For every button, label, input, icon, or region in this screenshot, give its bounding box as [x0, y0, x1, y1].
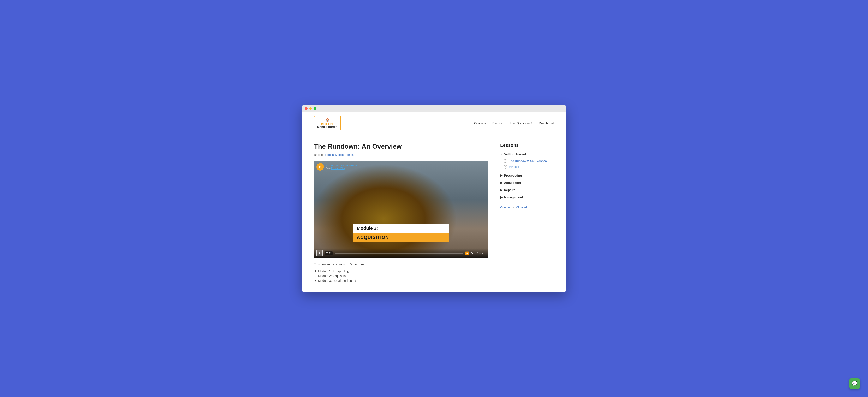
page-title: The Rundown: An Overview: [314, 143, 488, 150]
progress-bar[interactable]: [335, 253, 463, 253]
nav-events[interactable]: Events: [492, 121, 502, 125]
maximize-button[interactable]: [314, 107, 316, 110]
lesson-check-icon: ✓: [503, 165, 507, 169]
fullscreen-icon[interactable]: ⛶: [475, 251, 478, 255]
lesson-rundown-link[interactable]: The Rundown: An Overview: [509, 159, 547, 163]
open-all-link[interactable]: Open All: [500, 206, 511, 209]
time-display: 06:22: [325, 251, 333, 255]
logo-box: 🏠 FLIPPIN' MOBILE HOMES: [314, 116, 341, 130]
content-area: The Rundown: An Overview Back to: Flippi…: [314, 143, 488, 284]
nav-courses[interactable]: Courses: [474, 121, 486, 125]
video-header-overlay: ▶ Course Structure - Edited from Michael…: [316, 163, 359, 171]
module-name: ACQUISITION: [353, 233, 449, 242]
nav-questions[interactable]: Have Questions?: [508, 121, 532, 125]
video-title-text: Course Structure - Edited: [326, 164, 359, 167]
video-author[interactable]: Michael Wiley: [331, 167, 345, 170]
section-getting-started-header[interactable]: ▼ Getting Started: [500, 151, 554, 157]
course-description: This course will consist of 5 modules:: [314, 263, 488, 266]
video-title-block: Course Structure - Edited from Michael W…: [326, 164, 359, 170]
close-button[interactable]: [305, 107, 308, 110]
minimize-button[interactable]: [309, 107, 312, 110]
video-controls: 06:22 📶 ⚙ ⛶ vimeo: [314, 248, 488, 258]
nav-dashboard[interactable]: Dashboard: [539, 121, 554, 125]
module-title-box: Module 3:: [353, 223, 449, 233]
play-triangle-icon: [319, 252, 321, 254]
logo-line2: MOBILE HOMES: [317, 126, 338, 128]
play-button[interactable]: [316, 250, 323, 256]
list-item: Module 3: Repairs (Flippin'): [318, 279, 488, 282]
lessons-sidebar: Lessons ▼ Getting Started ✓ The Rundown:…: [500, 143, 554, 284]
site-header: 🏠 FLIPPIN' MOBILE HOMES Courses Events H…: [302, 112, 566, 134]
chevron-down-icon: ▼: [500, 153, 502, 155]
section-label: Getting Started: [503, 153, 526, 156]
section-repairs[interactable]: ▶ Repairs: [500, 186, 554, 193]
video-from-label: from: [326, 167, 331, 170]
site-nav: Courses Events Have Questions? Dashboard: [474, 121, 554, 125]
signal-icon: 📶: [465, 251, 469, 255]
chevron-right-icon: ▶: [500, 188, 503, 192]
section-label: Repairs: [504, 188, 515, 192]
logo: 🏠 FLIPPIN' MOBILE HOMES: [314, 116, 341, 130]
video-from: from Michael Wiley: [326, 167, 359, 170]
play-icon: ▶: [319, 165, 321, 168]
chevron-right-icon: ▶: [500, 195, 503, 199]
section-acquisition[interactable]: ▶ Acquisition: [500, 179, 554, 186]
section-getting-started: ▼ Getting Started ✓ The Rundown: An Over…: [500, 151, 554, 170]
back-link-prefix: Back to:: [314, 153, 324, 156]
browser-toolbar: [302, 105, 566, 112]
video-player[interactable]: ▶ Course Structure - Edited from Michael…: [314, 161, 488, 258]
chevron-right-icon: ▶: [500, 174, 503, 177]
browser-window: 🏠 FLIPPIN' MOBILE HOMES Courses Events H…: [302, 105, 566, 292]
video-controls-right: 📶 ⚙ ⛶ vimeo: [465, 251, 485, 255]
settings-icon[interactable]: ⚙: [470, 251, 473, 255]
sidebar-title: Lessons: [500, 143, 554, 148]
chevron-right-icon: ▶: [500, 181, 503, 185]
video-background: ▶ Course Structure - Edited from Michael…: [314, 161, 488, 258]
logo-line1: FLIPPIN': [321, 123, 334, 126]
logo-house-icon: 🏠: [325, 118, 330, 123]
section-management[interactable]: ▶ Management: [500, 193, 554, 201]
list-item: ✓ The Rundown: An Overview: [503, 158, 554, 164]
module-list: Module 1: Prospecting Module 2: Acquisit…: [314, 269, 488, 282]
vimeo-avatar: ▶: [316, 163, 324, 171]
list-item: Module 1: Prospecting: [318, 269, 488, 273]
back-link-anchor[interactable]: Flippin' Mobile Homes: [325, 153, 353, 156]
section-getting-started-items: ✓ The Rundown: An Overview ✓ Mindset: [500, 158, 554, 170]
back-link: Back to: Flippin' Mobile Homes: [314, 153, 488, 156]
section-label: Management: [504, 195, 523, 199]
chat-button[interactable]: 💬: [849, 378, 860, 389]
section-label: Prospecting: [504, 174, 522, 177]
close-all-link[interactable]: Close All: [516, 206, 527, 209]
list-item: ✓ Mindset: [503, 164, 554, 170]
video-person-image: [314, 161, 488, 258]
section-label: Acquisition: [504, 181, 521, 184]
lesson-check-icon: ✓: [503, 159, 507, 163]
browser-content: 🏠 FLIPPIN' MOBILE HOMES Courses Events H…: [302, 112, 566, 292]
main-layout: The Rundown: An Overview Back to: Flippi…: [302, 134, 566, 292]
lesson-mindset-link[interactable]: Mindset: [509, 165, 519, 169]
chat-icon: 💬: [852, 381, 858, 386]
vimeo-logo: vimeo: [479, 252, 485, 254]
list-item: Module 2: Acquisition: [318, 274, 488, 278]
video-module-overlay: Module 3: ACQUISITION: [353, 223, 449, 242]
section-prospecting[interactable]: ▶ Prospecting: [500, 172, 554, 179]
module-label: Module 3:: [357, 225, 445, 231]
sidebar-actions: Open All · Close All: [500, 204, 554, 209]
separator: ·: [513, 206, 514, 209]
